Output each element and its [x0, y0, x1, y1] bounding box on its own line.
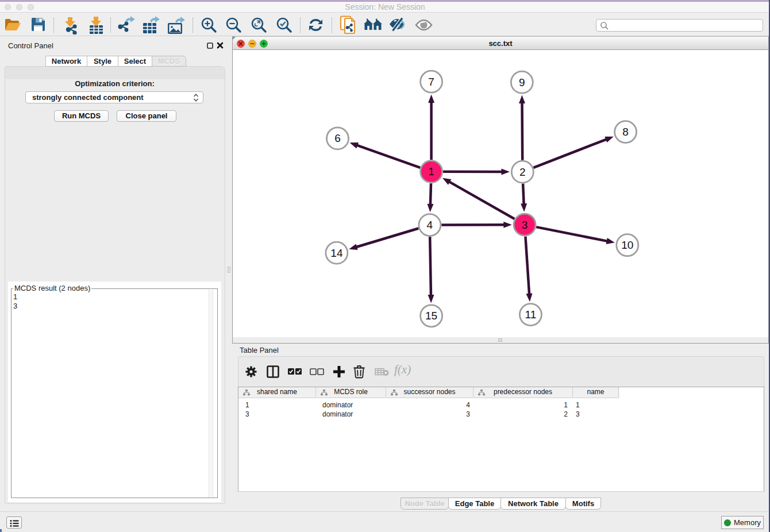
svg-text:11: 11	[525, 309, 537, 321]
svg-text:6: 6	[334, 132, 341, 144]
svg-text:10: 10	[621, 239, 633, 251]
svg-text:4: 4	[427, 219, 433, 231]
svg-text:1: 1	[428, 165, 434, 178]
svg-text:9: 9	[519, 76, 525, 88]
svg-text:3: 3	[522, 219, 528, 231]
svg-text:15: 15	[425, 310, 437, 322]
svg-text:7: 7	[428, 76, 434, 88]
svg-text:2: 2	[519, 166, 526, 178]
svg-text:14: 14	[330, 247, 343, 259]
svg-text:8: 8	[622, 126, 629, 138]
